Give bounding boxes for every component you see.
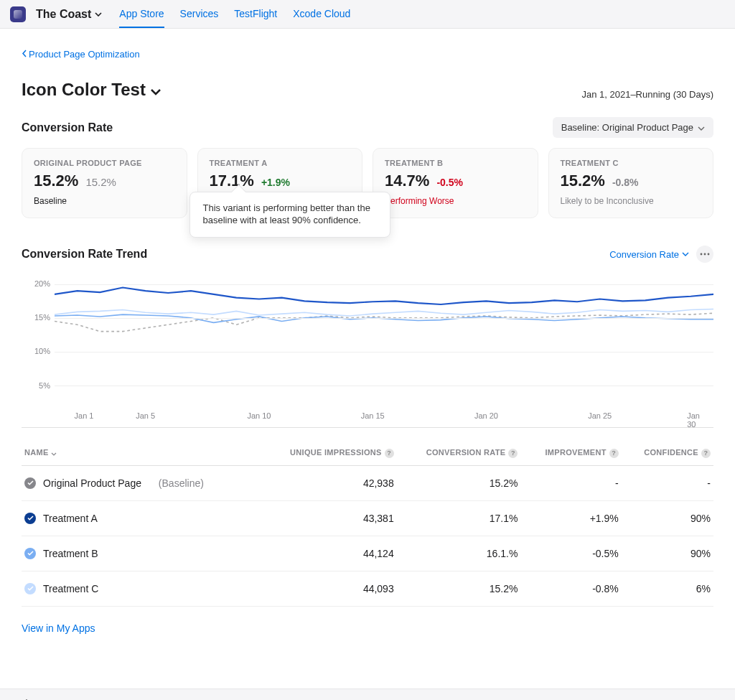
help-icon[interactable]: ? [508, 449, 518, 458]
app-icon [10, 6, 26, 22]
card-label: TREATMENT C [561, 159, 702, 167]
row-impressions: 42,938 [257, 465, 396, 500]
trend-chart: 5%10%15%20% Jan 1Jan 5Jan 10Jan 15Jan 20… [22, 270, 713, 428]
check-icon [24, 513, 36, 524]
table-row: Treatment B44,12416.1.%-0.5%90% [22, 536, 713, 571]
x-tick: Jan 1 [75, 411, 94, 420]
help-icon[interactable]: ? [609, 449, 619, 458]
summary-card[interactable]: TREATMENT A17.1%+1.9%Performing BetterTh… [197, 148, 363, 218]
row-name: Treatment A [43, 513, 98, 524]
svg-point-1 [704, 253, 706, 256]
nav-xcode-cloud[interactable]: Xcode Cloud [293, 1, 350, 28]
row-confidence: 90% [622, 536, 713, 571]
card-status: Likely to be Inconclusive [561, 196, 702, 206]
row-name: Treatment C [43, 583, 98, 594]
nav-testflight[interactable]: TestFlight [234, 1, 277, 28]
card-value: 15.2% [34, 172, 78, 190]
trend-title: Conversion Rate Trend [22, 248, 147, 261]
row-conversion: 16.1.% [397, 536, 521, 571]
table-row: Treatment A43,38117.1%+1.9%90% [22, 500, 713, 536]
table-row: Original Product Page (Baseline)42,93815… [22, 465, 713, 500]
table-header[interactable]: UNIQUE IMPRESSIONS? [257, 439, 396, 465]
nav-services[interactable]: Services [180, 1, 219, 28]
x-tick: Jan 30 [687, 411, 700, 429]
chevron-left-icon [22, 49, 27, 60]
baseline-select-label: Baseline: Original Product Page [561, 122, 693, 133]
back-link-text: Product Page Optimization [29, 49, 140, 60]
row-improvement: -0.5% [520, 536, 621, 571]
x-tick: Jan 5 [136, 411, 155, 420]
card-compare: 15.2% [85, 176, 116, 188]
table-header[interactable]: CONVERSION RATE? [397, 439, 521, 465]
app-name-text: The Coast [36, 8, 91, 21]
y-tick: 20% [34, 279, 50, 288]
x-tick: Jan 20 [474, 411, 498, 420]
table-header[interactable]: IMPROVEMENT? [520, 439, 621, 465]
row-conversion: 15.2% [397, 571, 521, 606]
check-icon [24, 477, 36, 489]
row-confidence: 90% [622, 500, 713, 536]
view-in-my-apps-link[interactable]: View in My Apps [22, 622, 95, 634]
card-label: ORIGINAL PRODUCT PAGE [34, 159, 175, 167]
x-tick: Jan 10 [247, 411, 271, 420]
y-tick: 15% [34, 313, 50, 322]
row-improvement: - [520, 465, 621, 500]
svg-point-2 [708, 253, 710, 256]
summary-card[interactable]: ORIGINAL PRODUCT PAGE15.2%15.2%Baseline [22, 148, 187, 218]
summary-cards: ORIGINAL PRODUCT PAGE15.2%15.2%BaselineT… [22, 148, 713, 218]
check-icon [24, 583, 36, 594]
card-delta: -0.8% [612, 177, 639, 188]
help-icon[interactable]: ? [701, 449, 711, 458]
summary-card[interactable]: TREATMENT B14.7%-0.5%Performing Worse [373, 148, 538, 218]
card-delta: +1.9% [261, 177, 290, 188]
app-switcher[interactable]: The Coast [36, 8, 102, 21]
chart-series-line [55, 288, 713, 305]
row-conversion: 15.2% [397, 465, 521, 500]
topbar: The Coast App StoreServicesTestFlightXco… [0, 0, 735, 29]
more-button[interactable] [696, 246, 713, 263]
section-title-conversion: Conversion Rate [22, 121, 113, 134]
page-title-text: Icon Color Test [22, 80, 146, 100]
card-value: 17.1% [210, 172, 254, 190]
row-improvement: +1.9% [520, 500, 621, 536]
baseline-tag: (Baseline) [159, 477, 204, 489]
row-name: Original Product Page [43, 477, 141, 489]
summary-card[interactable]: TREATMENT C15.2%-0.8%Likely to be Inconc… [548, 148, 714, 218]
page-title[interactable]: Icon Color Test [22, 80, 161, 100]
back-link[interactable]: Product Page Optimization [22, 49, 140, 60]
row-name: Treatment B [43, 548, 98, 559]
results-table: NAME UNIQUE IMPRESSIONS?CONVERSION RATE?… [22, 439, 713, 607]
tooltip: This variant is performing better than t… [189, 192, 390, 238]
row-confidence: - [622, 465, 713, 500]
chevron-down-icon [51, 449, 57, 457]
row-impressions: 44,093 [257, 571, 396, 606]
card-value: 14.7% [385, 172, 429, 190]
y-tick: 10% [34, 347, 50, 355]
chart-series-line [55, 309, 713, 316]
table-header[interactable]: NAME [22, 439, 257, 465]
y-tick: 5% [39, 381, 50, 390]
x-tick: Jan 25 [588, 411, 612, 420]
row-conversion: 17.1% [397, 500, 521, 536]
chevron-down-icon [150, 80, 161, 100]
card-label: TREATMENT B [385, 159, 526, 167]
card-delta: -0.5% [436, 177, 463, 188]
x-tick: Jan 15 [361, 411, 385, 420]
table-row: Treatment C44,09315.2%-0.8%6% [22, 571, 713, 606]
help-icon[interactable]: ? [385, 449, 394, 458]
table-header[interactable]: CONFIDENCE? [622, 439, 713, 465]
row-impressions: 44,124 [257, 536, 396, 571]
metric-select[interactable]: Conversion Rate [609, 249, 689, 260]
svg-point-0 [701, 253, 703, 256]
row-improvement: -0.8% [520, 571, 621, 606]
card-status: Performing Worse [385, 196, 526, 206]
card-value: 15.2% [561, 172, 605, 190]
ellipsis-icon [700, 253, 710, 256]
row-impressions: 43,381 [257, 500, 396, 536]
chevron-down-icon [698, 122, 705, 133]
baseline-select[interactable]: Baseline: Original Product Page [553, 117, 713, 138]
card-label: TREATMENT A [210, 159, 351, 167]
nav-app-store[interactable]: App Store [119, 1, 164, 28]
top-nav: App StoreServicesTestFlightXcode Cloud [119, 1, 350, 28]
date-status: Jan 1, 2021–Running (30 Days) [581, 89, 713, 100]
